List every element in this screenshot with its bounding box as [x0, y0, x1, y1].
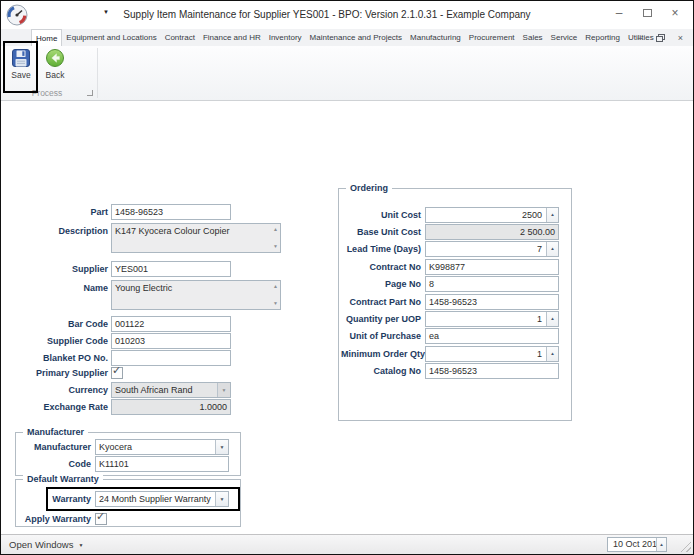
contract-no-field[interactable]: K998877: [425, 259, 559, 275]
tab-inventory[interactable]: Inventory: [265, 29, 306, 46]
bar-code-field[interactable]: 001122: [111, 316, 231, 332]
check-icon: ✓: [96, 510, 105, 523]
contract-no-label: Contract No: [341, 259, 421, 275]
quantity-per-uop-value: 1: [537, 314, 542, 324]
ribbon-tabs: Home Equipment and Locations Contract Fi…: [31, 29, 658, 46]
titlebar: ▼ Supply Item Maintenance for Supplier Y…: [1, 1, 693, 29]
contract-part-no-field[interactable]: 1458-96523: [425, 294, 559, 310]
unit-cost-value: 2500: [522, 210, 542, 220]
supplier-code-field[interactable]: 010203: [111, 333, 231, 349]
tab-manufacturing[interactable]: Manufacturing: [406, 29, 465, 46]
document-close-button[interactable]: ×: [678, 33, 683, 43]
part-value: 1458-96523: [115, 207, 163, 217]
minimum-order-qty-spinner[interactable]: 1 ▲▼: [425, 346, 559, 362]
unit-cost-spinner[interactable]: 2500 ▲▼: [425, 207, 559, 223]
maximize-button[interactable]: [633, 3, 661, 23]
contract-part-no-value: 1458-96523: [429, 297, 477, 307]
catalog-no-field[interactable]: 1458-96523: [425, 363, 559, 379]
document-restore-button[interactable]: [656, 34, 665, 42]
status-date-field[interactable]: 10 Oct 2017 ▲▼: [607, 537, 667, 552]
ordering-group-title: Ordering: [346, 182, 392, 195]
blanket-po-label: Blanket PO No.: [9, 350, 108, 366]
manufacturer-group-title: Manufacturer: [23, 426, 88, 439]
tab-equipment-and-locations[interactable]: Equipment and Locations: [62, 29, 160, 46]
minimum-order-qty-label: Minimum Order Qty: [341, 346, 421, 362]
scroll-up-icon[interactable]: ▲: [273, 284, 278, 289]
primary-supplier-label: Primary Supplier: [9, 365, 108, 381]
description-field[interactable]: K147 Kyocera Colour Copier ▲ ▼: [111, 223, 281, 253]
ribbon-tab-bar: Home Equipment and Locations Contract Fi…: [1, 29, 693, 46]
unit-of-purchase-value: ea: [429, 331, 439, 341]
document-minimize-button[interactable]: –: [638, 33, 643, 43]
page-no-label: Page No: [341, 276, 421, 292]
blanket-po-field[interactable]: [111, 350, 231, 366]
tab-service[interactable]: Service: [547, 29, 582, 46]
exchange-rate-field[interactable]: 1.0000: [111, 399, 231, 415]
ribbon-group-separator: [97, 48, 98, 98]
base-unit-cost-field[interactable]: 2 500.00: [425, 224, 559, 240]
bar-code-value: 001122: [115, 319, 144, 329]
catalog-no-value: 1458-96523: [429, 366, 477, 376]
manufacturer-code-field[interactable]: K11101: [95, 456, 229, 472]
save-button-highlight: [3, 41, 38, 93]
tab-maintenance-and-projects[interactable]: Maintenance and Projects: [306, 29, 407, 46]
scroll-down-icon[interactable]: ▼: [273, 301, 278, 306]
manufacturer-code-value: K11101: [99, 459, 129, 469]
spinner-buttons[interactable]: ▲▼: [546, 312, 558, 326]
page-no-value: 8: [429, 279, 434, 289]
status-bar: Open Windows ▼ 10 Oct 2017 ▲▼: [1, 534, 693, 554]
supplier-field[interactable]: YES001: [111, 261, 231, 277]
supplier-label: Supplier: [9, 261, 108, 277]
chevron-down-icon: ▼: [78, 542, 83, 548]
tab-contract[interactable]: Contract: [161, 29, 199, 46]
unit-of-purchase-field[interactable]: ea: [425, 328, 559, 344]
manufacturer-select[interactable]: Kyocera ▼: [95, 439, 229, 455]
tab-procurement[interactable]: Procurement: [465, 29, 519, 46]
ribbon: Save Back Process: [1, 46, 693, 101]
close-button[interactable]: ×: [661, 3, 689, 23]
apply-warranty-checkbox[interactable]: ✓: [95, 513, 107, 525]
primary-supplier-checkbox[interactable]: ✓: [111, 367, 123, 379]
part-field[interactable]: 1458-96523: [111, 204, 231, 220]
tab-reporting[interactable]: Reporting: [581, 29, 624, 46]
base-unit-cost-label: Base Unit Cost: [341, 224, 421, 240]
chevron-down-icon[interactable]: ▼: [217, 383, 230, 397]
window-title: Supply Item Maintenance for Supplier YES…: [61, 9, 593, 20]
back-button[interactable]: Back: [39, 48, 71, 92]
date-spinner-buttons[interactable]: ▲▼: [656, 538, 666, 551]
supplier-code-label: Supplier Code: [9, 333, 108, 349]
bar-code-label: Bar Code: [9, 316, 108, 332]
tab-finance-and-hr[interactable]: Finance and HR: [199, 29, 265, 46]
scroll-down-icon[interactable]: ▼: [273, 244, 278, 249]
page-no-field[interactable]: 8: [425, 276, 559, 292]
catalog-no-label: Catalog No: [341, 363, 421, 379]
process-group-expander[interactable]: [87, 90, 93, 96]
lead-time-label: Lead Time (Days): [341, 241, 421, 257]
check-icon: ✓: [112, 364, 121, 377]
quantity-per-uop-spinner[interactable]: 1 ▲▼: [425, 311, 559, 327]
spinner-buttons[interactable]: ▲▼: [546, 347, 558, 361]
ordering-group: Ordering Unit Cost 2500 ▲▼ Base Unit Cos…: [338, 188, 572, 421]
open-windows-button[interactable]: Open Windows ▼: [9, 535, 83, 554]
contract-no-value: K998877: [429, 262, 465, 272]
manufacturer-group: Manufacturer Manufacturer Kyocera ▼ Code…: [15, 432, 241, 476]
quantity-per-uop-label: Quantity per UOP: [341, 311, 421, 327]
tab-sales[interactable]: Sales: [519, 29, 547, 46]
spinner-buttons[interactable]: ▲▼: [546, 208, 558, 222]
exchange-rate-value: 1.0000: [199, 402, 227, 412]
name-value: Young Electric: [115, 283, 172, 293]
lead-time-spinner[interactable]: 7 ▲▼: [425, 241, 559, 257]
name-field[interactable]: Young Electric ▲ ▼: [111, 280, 281, 310]
unit-of-purchase-label: Unit of Purchase: [341, 328, 421, 344]
warranty-field-highlight: [46, 487, 240, 511]
currency-select[interactable]: South African Rand ▼: [111, 382, 231, 398]
minimum-order-qty-value: 1: [537, 349, 542, 359]
currency-label: Currency: [9, 382, 108, 398]
chevron-down-icon[interactable]: ▼: [215, 440, 228, 454]
app-logo-icon: [6, 4, 28, 26]
scroll-up-icon[interactable]: ▲: [273, 227, 278, 232]
resize-grip[interactable]: [680, 541, 691, 552]
minimize-button[interactable]: –: [605, 3, 633, 23]
contract-part-no-label: Contract Part No: [341, 294, 421, 310]
spinner-buttons[interactable]: ▲▼: [546, 242, 558, 256]
